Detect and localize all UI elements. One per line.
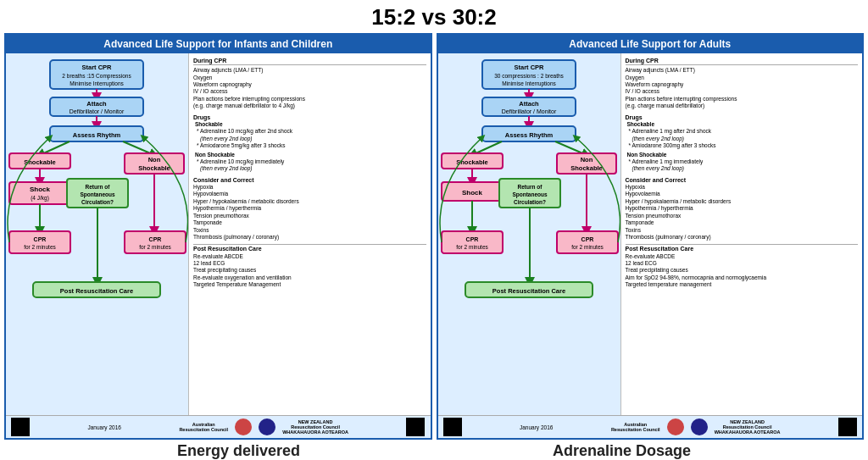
adults-notes: During CPR Airway adjuncts (LMA / ETT) O… <box>620 53 863 415</box>
svg-text:Return of: Return of <box>86 184 111 190</box>
svg-rect-66 <box>442 231 503 253</box>
svg-text:for 2 minutes: for 2 minutes <box>139 244 171 250</box>
svg-text:for 2 minutes: for 2 minutes <box>24 244 56 250</box>
svg-text:for 2 minutes: for 2 minutes <box>456 244 488 250</box>
svg-text:Shockable: Shockable <box>138 164 170 172</box>
svg-text:Shockable: Shockable <box>570 164 603 172</box>
svg-rect-32 <box>125 231 186 253</box>
adults-footer: January 2016 AustralianResuscitation Cou… <box>438 415 863 438</box>
svg-text:CPR: CPR <box>34 236 47 242</box>
svg-text:(4 J/kg): (4 J/kg) <box>31 195 49 202</box>
svg-text:Attach: Attach <box>519 100 539 108</box>
infants-flow: Start CPR 2 breaths :15 Compressions Min… <box>6 53 188 415</box>
svg-text:Circulation?: Circulation? <box>81 199 114 205</box>
infants-notes: During CPR Airway adjuncts (LMA / ETT) O… <box>188 53 431 415</box>
svg-text:CPR: CPR <box>465 236 478 242</box>
footer-date-right: January 2016 <box>520 424 553 430</box>
footer-logos-right: AustralianResuscitation Council NEW ZEAL… <box>611 418 781 435</box>
footer-logos-left: AustralianResuscitation Council NEW ZEAL… <box>179 418 348 435</box>
footer-date-left: January 2016 <box>88 424 121 430</box>
svg-text:Start CPR: Start CPR <box>514 64 544 71</box>
infants-flow-svg: Start CPR 2 breaths :15 Compressions Min… <box>6 53 188 341</box>
svg-text:Assess Rhythm: Assess Rhythm <box>504 131 553 139</box>
svg-text:Defibrillator / Monitor: Defibrillator / Monitor <box>501 108 556 114</box>
infants-panel: Advanced Life Support for Infants and Ch… <box>4 33 432 440</box>
svg-text:Spontaneous: Spontaneous <box>80 191 115 198</box>
svg-text:CPR: CPR <box>149 236 162 242</box>
svg-text:Minimise Interruptions: Minimise Interruptions <box>502 80 556 87</box>
main-title: 15:2 vs 30:2 <box>0 0 868 33</box>
svg-text:30 compressions : 2 breaths: 30 compressions : 2 breaths <box>494 73 564 80</box>
energy-delivered-label: Energy delivered <box>177 442 300 460</box>
qr-right-left <box>406 418 425 436</box>
bottom-labels-row: Energy delivered Adrenaline Dosage <box>0 440 868 460</box>
infants-panel-title: Advanced Life Support for Infants and Ch… <box>6 35 431 53</box>
adults-flow-svg: Start CPR 30 compressions : 2 breaths Mi… <box>438 53 620 341</box>
adults-content: Start CPR 30 compressions : 2 breaths Mi… <box>438 53 863 415</box>
svg-text:Attach: Attach <box>86 100 107 108</box>
svg-text:for 2 minutes: for 2 minutes <box>571 244 604 250</box>
qr-right-adults <box>838 418 857 436</box>
adults-panel-title: Advanced Life Support for Adults <box>438 35 863 53</box>
svg-text:Circulation?: Circulation? <box>514 199 546 205</box>
svg-text:2 breaths :15 Compressions: 2 breaths :15 Compressions <box>62 73 131 80</box>
during-cpr-title-left: During CPR <box>193 57 426 65</box>
svg-text:Post Resuscitation Care: Post Resuscitation Care <box>492 287 565 295</box>
qr-left <box>11 418 30 436</box>
panels-row: Advanced Life Support for Infants and Ch… <box>0 33 868 440</box>
main-container: 15:2 vs 30:2 Advanced Life Support for I… <box>0 0 868 460</box>
svg-text:Start CPR: Start CPR <box>81 64 112 71</box>
adults-flow: Start CPR 30 compressions : 2 breaths Mi… <box>438 53 620 415</box>
svg-text:CPR: CPR <box>581 236 593 242</box>
svg-text:Non: Non <box>148 156 161 163</box>
svg-text:Shock: Shock <box>461 189 482 197</box>
svg-text:Defibrillator / Monitor: Defibrillator / Monitor <box>70 108 125 114</box>
infants-content: Start CPR 2 breaths :15 Compressions Min… <box>6 53 431 415</box>
svg-text:Shock: Shock <box>30 186 51 193</box>
svg-text:Non: Non <box>580 156 593 163</box>
adrenaline-dosage-label: Adrenaline Dosage <box>553 442 691 460</box>
during-cpr-title-right: During CPR <box>626 57 859 65</box>
svg-text:Spontaneous: Spontaneous <box>512 191 548 198</box>
svg-rect-69 <box>557 231 618 253</box>
infants-footer: January 2016 AustralianResuscitation Cou… <box>6 415 431 438</box>
svg-text:Assess Rhythm: Assess Rhythm <box>73 131 121 139</box>
svg-text:Return of: Return of <box>517 184 542 190</box>
svg-text:Post Resuscitation Care: Post Resuscitation Care <box>60 287 133 295</box>
qr-left-adults <box>443 418 462 436</box>
svg-text:Minimise Interruptions: Minimise Interruptions <box>70 80 124 87</box>
svg-rect-29 <box>9 231 70 253</box>
adults-panel: Advanced Life Support for Adults <box>437 33 865 440</box>
